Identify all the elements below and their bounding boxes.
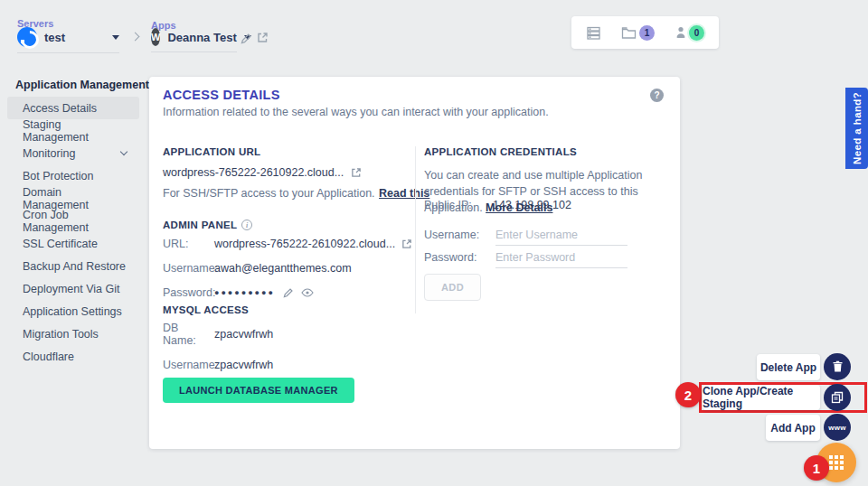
sidebar-item-ssl-certificate[interactable]: SSL Certificate [7,232,139,255]
team-count-badge: 0 [689,25,704,41]
sidebar-item-label: Migration Tools [23,328,99,341]
sidebar-item-label: Staging Management [23,118,127,144]
password-input[interactable] [495,249,627,268]
read-this-link[interactable]: Read this [379,187,429,200]
sidebar-item-migration-tools[interactable]: Migration Tools [7,322,139,345]
add-app-button[interactable]: Add App [766,415,820,441]
wordpress-icon: W [151,28,160,46]
column-divider [415,146,416,313]
application-url-heading: APPLICATION URL [163,146,260,157]
edit-password-pencil-icon[interactable] [283,287,294,298]
mysql-dbname-row: DB Name: zpacvwfrwh [163,322,407,347]
sidebar-item-domain-management[interactable]: Domain Management [7,187,139,210]
app-name: Deanna Test [167,31,236,44]
projects-count-badge: 1 [639,25,655,41]
team-counter[interactable]: 0 [675,25,704,41]
sidebar-item-deployment-via-git[interactable]: Deployment Via Git [7,277,139,300]
admin-password-row: Password: ●●●●●●●●● [163,286,407,299]
sidebar-item-staging-management[interactable]: Staging Management [7,119,139,142]
digitalocean-icon [17,27,37,47]
sidebar-items: Access DetailsStaging ManagementMonitori… [7,97,139,368]
application-url-value: wordpress-765222-2610922.cloud... [163,166,344,179]
sidebar-item-cron-job-management[interactable]: Cron Job Management [7,210,139,232]
projects-counter[interactable]: 1 [621,25,655,41]
chevron-down-icon [120,148,127,155]
sidebar-item-label: Backup And Restore [23,260,126,273]
sidebar-title: Application Management [15,79,149,91]
open-admin-external-link-icon[interactable] [401,238,412,249]
open-app-external-link-icon[interactable] [257,32,269,43]
admin-url-value: wordpress-765222-2610922.cloud... [214,238,395,250]
server-name: test [44,31,65,44]
top-toolbar: 1 0 [571,16,719,49]
sidebar-item-bot-protection[interactable]: Bot Protection [7,164,139,187]
page-subtitle: Information related to the several ways … [163,106,549,118]
sidebar-item-label: Application Settings [23,305,122,318]
folder-icon [621,26,637,40]
admin-username-row: Username: awah@elegantthemes.com [163,262,407,275]
sidebar-item-label: Domain Management [23,186,127,211]
sidebar-item-backup-and-restore[interactable]: Backup And Restore [7,255,139,277]
chevron-right-icon [131,33,140,42]
public-ip-value: 143.198.99.102 [493,199,571,211]
need-a-hand-tab[interactable]: Need a hand? [845,88,868,169]
cred-password-label: Password: [424,249,495,264]
www-icon: www [828,424,845,432]
clone-icon [831,391,844,404]
sidebar-item-cloudflare[interactable]: Cloudflare [7,345,139,368]
add-credentials-button[interactable]: ADD [424,274,481,301]
app-selector[interactable]: W Deanna Test [151,28,237,52]
admin-panel-heading: ADMIN PANEL [163,220,237,230]
delete-app-icon-button[interactable] [824,353,851,380]
admin-username-value: awah@elegantthemes.com [214,262,352,275]
sidebar-item-label: Bot Protection [23,170,94,182]
delete-app-button[interactable]: Delete App [757,354,820,380]
sidebar-item-label: SSL Certificate [23,238,98,250]
caret-down-icon [112,35,119,40]
clone-app-button[interactable]: Clone App/Create Staging [703,385,820,410]
server-rack-icon[interactable] [586,25,601,41]
launch-database-manager-button[interactable]: LAUNCH DATABASE MANAGER [163,378,354,403]
public-ip-label: Public IP: [424,199,493,211]
annotation-badge-step2: 2 [675,382,701,407]
person-icon [675,25,687,40]
annotation-badge-step1: 1 [804,455,829,481]
admin-url-row: URL: wordpress-765222-2610922.cloud... [163,238,407,250]
add-app-icon-button[interactable]: www [824,414,851,441]
sidebar-item-label: Monitoring [23,147,75,160]
sidebar-item-monitoring[interactable]: Monitoring [7,142,139,164]
sidebar-item-label: Cron Job Management [23,209,127,234]
server-selector[interactable]: test [17,27,119,53]
ssh-access-text: For SSH/SFTP access to your Application. [163,187,375,200]
trash-icon [832,360,844,373]
mysql-access-heading: MYSQL ACCESS [163,304,249,315]
sidebar-item-label: Deployment Via Git [23,283,119,295]
sidebar-item-label: Access Details [23,102,97,115]
edit-app-pencil-icon[interactable] [241,33,252,44]
mysql-username-row: Username: zpacvwfrwh [163,359,407,371]
help-icon[interactable]: ? [650,89,664,102]
mysql-dbname-value: zpacvwfrwh [214,328,273,341]
sidebar-item-label: Cloudflare [23,350,74,363]
info-icon[interactable]: i [241,220,252,230]
username-input[interactable] [495,227,627,246]
grid-icon [829,455,844,470]
application-credentials-heading: APPLICATION CREDENTIALS [424,146,577,157]
cred-username-label: Username: [424,227,495,241]
open-url-external-link-icon[interactable] [351,167,362,178]
show-password-eye-icon[interactable] [301,288,314,297]
clone-app-icon-button[interactable] [824,384,851,411]
sidebar-item-application-settings[interactable]: Application Settings [7,300,139,322]
mysql-username-value: zpacvwfrwh [214,359,273,371]
sidebar-item-access-details[interactable]: Access Details [7,97,139,119]
admin-password-value: ●●●●●●●●● [214,288,275,297]
page-title: ACCESS DETAILS [163,88,280,102]
